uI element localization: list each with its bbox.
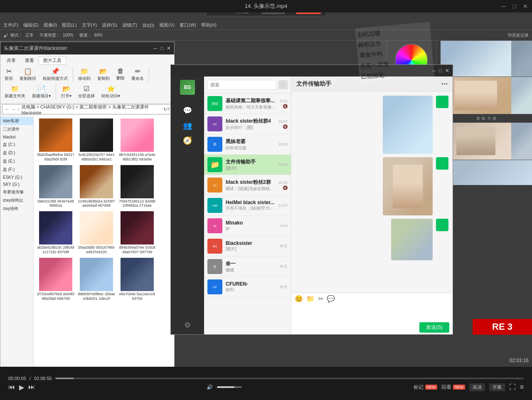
fullscreen-btn[interactable]: ⛶ — [509, 383, 516, 391]
fe-delete-btn[interactable]: 🗑 删除 — [114, 67, 127, 82]
fe-new-folder-btn[interactable]: 📁 新建文件夹 — [2, 84, 28, 100]
wc-send-button[interactable]: 发送(S) — [419, 322, 449, 333]
wc-settings-icon[interactable]: ⚙ — [182, 319, 193, 331]
close-btn[interactable]: ✕ — [522, 3, 529, 10]
mark-btn-group[interactable]: 标记 NEW — [414, 384, 437, 391]
nav-back-icon[interactable]: ← — [5, 107, 10, 112]
file-item-7[interactable]: ab2be518b10c 2dfc4d1c1715c 83706f — [37, 211, 74, 254]
wc-maximize-btn[interactable]: □ — [439, 68, 442, 74]
fe-close-btn[interactable]: ✕ — [167, 45, 171, 51]
sidebar-item-zwy[interactable]: izwy张绔幺 — [0, 196, 33, 205]
next-btn[interactable]: ⏭ — [28, 383, 35, 391]
review-label[interactable]: 回看 — [441, 384, 451, 391]
wc-add-contact-btn[interactable]: + — [278, 80, 288, 89]
fe-tab-picture-tools[interactable]: 图片工具 — [39, 56, 66, 65]
prev-btn[interactable]: ⏮ — [8, 383, 15, 391]
file-icon[interactable]: 📁 — [306, 295, 315, 303]
wc-chat-item-9[interactable]: 奈 奈一 嗯嗯 昨天 — [204, 257, 291, 277]
ps-menu-layer[interactable]: 图层(L) — [62, 22, 76, 28]
help-icon[interactable]: ? — [167, 107, 170, 112]
wc-discover-icon[interactable]: 🧭 — [182, 135, 193, 146]
minimize-btn[interactable]: ─ — [500, 3, 507, 10]
wc-close-btn[interactable]: ✕ — [445, 68, 449, 74]
sidebar-item-f-drive[interactable]: 盘 (F:) — [0, 165, 33, 174]
ps-menu-select[interactable]: 选择(S) — [102, 22, 117, 28]
chat-bubble-icon[interactable]: 💬 — [327, 295, 335, 303]
wc-chat-item-2[interactable]: bs black sister粉丝群4 近步前行：[图] 19:07 🔇 — [204, 114, 291, 134]
sidebar-item-esky[interactable]: ESKY (G:) — [0, 174, 33, 181]
fe-move-to-btn[interactable]: 📁 移动到 — [76, 67, 93, 82]
file-item-11[interactable]: dd68307ebfbec 1b5aee3bd251 1dec2f — [78, 258, 115, 301]
review-btn-group[interactable]: 回看 NEW — [441, 384, 465, 391]
wc-chat-item-10[interactable]: CF CFUREN- 收到 昨天 — [204, 277, 291, 297]
ps-menu-file[interactable]: 文件(F) — [3, 22, 18, 28]
wc-chat-item-6[interactable]: HM HeiMei black sister... 月亮不准你：[链接]甲方..… — [204, 195, 291, 216]
sidebar-item-c-drive[interactable]: 盘 (C:) — [0, 141, 33, 149]
fe-address-bar[interactable]: ← → ↑ 此电脑 > CHASESKY (G:) > 第二期寒假班 > 头像第… — [2, 104, 172, 114]
emoji-icon[interactable]: 😊 — [295, 295, 303, 303]
fe-rename-btn[interactable]: ✏ 重命名 — [129, 67, 146, 82]
ps-menu-image[interactable]: 图像(I) — [44, 22, 57, 28]
wc-user-avatar[interactable]: BS — [180, 80, 195, 95]
fe-select-all-btn[interactable]: ☑ 全部选择 — [76, 84, 97, 100]
more-options-btn[interactable]: ≡ — [520, 383, 524, 391]
play-pause-btn[interactable]: ▶ — [19, 383, 24, 391]
mark-label[interactable]: 标记 — [414, 384, 424, 391]
ps-menu-window[interactable]: 窗口(W) — [180, 22, 196, 28]
sidebar-item-private[interactable]: ister私密 — [0, 117, 33, 125]
sidebar-item-race[interactable]: 有赛值传像 — [0, 188, 33, 196]
wc-chat-item-1[interactable]: 基础 基础课第二期寒假寒... 相风和格：明天天客录播... 9:21 🔇 — [204, 94, 291, 114]
wc-minimize-btn[interactable]: ─ — [432, 68, 436, 74]
sidebar-item-course[interactable]: 二次课件 — [0, 125, 33, 133]
refresh-icon[interactable]: ↻ — [163, 107, 167, 112]
wc-more-options-icon[interactable]: ⋯ — [441, 80, 448, 88]
file-item-2[interactable]: 5c9c25b23a757 94e148b542b1 8481e2 — [78, 119, 115, 162]
file-item-3[interactable]: 8b7c5435115b a7e4e4bb13f02 693e5e — [118, 119, 156, 162]
wc-chat-item-5[interactable]: bs black sister粉丝2群 嗯述：[链接]兄妹在路线... 15:2… — [204, 175, 291, 195]
sidebar-item-e-drive[interactable]: 盘 (E:) — [0, 157, 33, 165]
wc-chat-icon[interactable]: 💬 — [182, 105, 193, 116]
file-item-12[interactable]: e6e7cb4e 5a11ee1c6 54704 — [118, 258, 156, 301]
file-item-8[interactable]: b5ac0dd5 083167960 e4537e5220 — [78, 211, 115, 254]
fe-tab-share[interactable]: 共享 — [2, 56, 20, 65]
ps-menu-text[interactable]: 文字(Y) — [82, 22, 97, 28]
history-btn[interactable]: 印历史记录 — [508, 32, 529, 38]
fe-copy-path-btn[interactable]: 📋 复制路径 — [17, 67, 39, 82]
quality-btn[interactable]: 高清 — [469, 383, 485, 391]
wc-contacts-icon[interactable]: 👥 — [182, 120, 193, 131]
fe-open-btn[interactable]: 📂 打开▾ — [59, 84, 74, 100]
ps-menu-help[interactable]: 帮助(H) — [201, 22, 217, 28]
wc-chat-item-7[interactable]: M Minako 好 0:54 — [204, 216, 291, 236]
ps-menu-filter[interactable]: 滤镜(T) — [122, 22, 137, 28]
fe-copy-to-btn[interactable]: 📂 复制到 — [95, 67, 112, 82]
fe-new-item-btn[interactable]: 📄 新建项目▾ — [30, 84, 53, 100]
fe-max-btn[interactable]: □ — [160, 45, 163, 51]
maximize-btn[interactable]: □ — [511, 3, 518, 10]
ps-menu-edit[interactable]: 编辑(E) — [23, 22, 39, 28]
volume-bar[interactable] — [217, 386, 242, 388]
fe-cut-btn[interactable]: ✂ 剪切 — [2, 67, 15, 82]
ps-menu-view[interactable]: 视图(V) — [159, 22, 175, 28]
subtitle-btn[interactable]: 字幕 — [489, 383, 505, 391]
file-item-10[interactable]: d733ce6b75e9 4e54f39bb28a0 b96758 — [37, 258, 74, 301]
progress-bar[interactable] — [55, 378, 524, 379]
ps-menu-3d[interactable]: 3D(D) — [142, 23, 154, 28]
fe-easy-access-btn[interactable]: ⭐ 轻松访问▾ — [99, 84, 123, 100]
wc-search-input[interactable] — [207, 80, 277, 90]
wc-chat-item-3[interactable]: 黑 黑妹老婆 刮斧就完版 19:03 — [204, 134, 291, 155]
fe-tab-view[interactable]: 查看 — [20, 56, 39, 65]
fe-min-btn[interactable]: ─ — [153, 45, 157, 51]
file-item-4[interactable]: 09ec51399 453e7e48 99bb2a — [37, 165, 74, 208]
sidebar-item-zwy2[interactable]: zwy张绔 — [0, 205, 33, 213]
scissors-icon[interactable]: ✂ — [318, 295, 323, 303]
wc-chat-item-8[interactable]: BS Blacksister [图片] 昨天 — [204, 236, 291, 257]
sidebar-item-d-drive[interactable]: 盘 (D:) — [0, 149, 33, 157]
wc-message-input[interactable] — [291, 304, 453, 321]
file-item-6[interactable]: 759475186112 92dd853f48d1a 2716ae — [118, 165, 156, 208]
nav-forward-icon[interactable]: → — [11, 107, 16, 112]
fe-paste-shortcut-btn[interactable]: 📌 粘贴快捷方式 — [40, 67, 70, 82]
sidebar-item-blacksi[interactable]: blacksi — [0, 133, 33, 141]
sidebar-item-sky[interactable]: SKY (G:) — [0, 181, 33, 188]
file-item-5[interactable]: 1245cd93bd1e bcf397aa2e6ad eb7d48 — [78, 165, 115, 208]
file-item-1[interactable]: 0fa02baef6efca 593176da2f45f 82f9 — [37, 119, 74, 162]
